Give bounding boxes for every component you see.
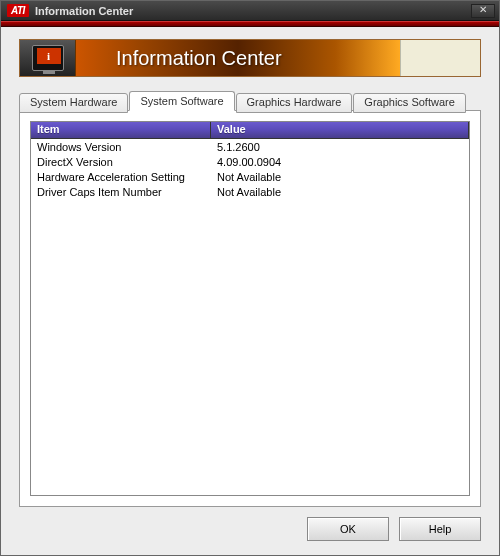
ati-logo: ATI xyxy=(7,4,29,17)
banner-icon-box xyxy=(20,40,76,76)
cell-item: Hardware Acceleration Setting xyxy=(31,171,211,183)
page-banner: Information Center xyxy=(19,39,481,77)
cell-value: Not Available xyxy=(211,171,469,183)
tab-strip: System Hardware System Software Graphics… xyxy=(19,91,481,111)
tab-graphics-software[interactable]: Graphics Software xyxy=(353,93,465,113)
column-header-item[interactable]: Item xyxy=(31,122,211,139)
banner-extra xyxy=(400,40,480,76)
cell-value: 5.1.2600 xyxy=(211,141,469,153)
close-icon: ✕ xyxy=(479,4,487,15)
button-row: OK Help xyxy=(19,517,481,541)
help-button[interactable]: Help xyxy=(399,517,481,541)
listview-body[interactable]: Windows Version 5.1.2600 DirectX Version… xyxy=(31,139,469,495)
titlebar[interactable]: ATI Information Center ✕ xyxy=(1,1,499,21)
cell-item: Windows Version xyxy=(31,141,211,153)
tab-system-hardware[interactable]: System Hardware xyxy=(19,93,128,113)
listview-header: Item Value xyxy=(31,122,469,139)
cell-item: Driver Caps Item Number xyxy=(31,186,211,198)
cell-value: 4.09.00.0904 xyxy=(211,156,469,168)
close-button[interactable]: ✕ xyxy=(471,4,495,18)
table-row[interactable]: Windows Version 5.1.2600 xyxy=(31,139,469,154)
info-monitor-icon xyxy=(32,45,64,71)
tab-panel: Item Value Windows Version 5.1.2600 Dire… xyxy=(19,110,481,507)
info-listview[interactable]: Item Value Windows Version 5.1.2600 Dire… xyxy=(30,121,470,496)
tab-graphics-hardware[interactable]: Graphics Hardware xyxy=(236,93,353,113)
window-title: Information Center xyxy=(35,5,471,17)
table-row[interactable]: Driver Caps Item Number Not Available xyxy=(31,184,469,199)
table-row[interactable]: Hardware Acceleration Setting Not Availa… xyxy=(31,169,469,184)
tab-system-software[interactable]: System Software xyxy=(129,91,234,111)
table-row[interactable]: DirectX Version 4.09.00.0904 xyxy=(31,154,469,169)
cell-item: DirectX Version xyxy=(31,156,211,168)
ok-button[interactable]: OK xyxy=(307,517,389,541)
page-title: Information Center xyxy=(116,47,282,70)
column-header-value[interactable]: Value xyxy=(211,122,469,139)
cell-value: Not Available xyxy=(211,186,469,198)
content-area: Information Center System Hardware Syste… xyxy=(1,27,499,555)
information-center-window: ATI Information Center ✕ Information Cen… xyxy=(0,0,500,556)
banner-title-area: Information Center xyxy=(76,40,400,76)
